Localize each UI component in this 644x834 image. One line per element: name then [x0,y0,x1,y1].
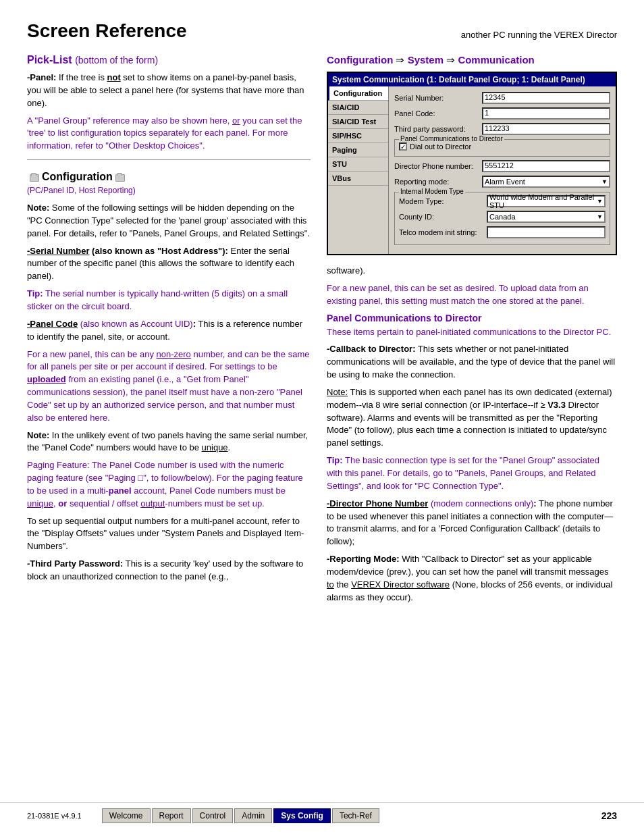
tab-control[interactable]: Control [192,808,234,823]
reporting-mode-select[interactable]: Alarm Event ▼ [482,176,610,188]
or-bold: or [58,498,67,509]
sidebar-item-configuration[interactable]: Configuration [328,86,388,101]
tip-bold: Tip: [27,288,43,298]
serial-input[interactable]: 12345 [482,92,610,104]
dial-out-row: ✓ Dial out to Director [399,142,606,151]
panel-body: Configuration SIA/CID SIA/CID Test SIP/H… [328,86,616,254]
panel-code-para1: For a new panel, this can be any non-zer… [27,348,311,425]
dial-out-checkbox[interactable]: ✓ [399,142,407,151]
config-word: Configuration [327,54,396,66]
panel-bold: -Panel: [27,72,56,82]
select-arrow-county: ▼ [597,213,603,220]
comm-word: Communication [458,54,534,66]
pick-list-title: Pick-List [27,54,72,66]
serial-number-row: Serial Number: 12345 [394,92,610,104]
note-word: Note: [327,387,348,397]
arrow2: ⇒ [446,54,455,66]
unique-text: unique [202,442,228,452]
serial-number-text: -Serial Number (also known as "Host Addr… [27,245,311,284]
third-party-input[interactable]: 112233 [482,123,610,135]
pick-list-heading: Pick-List (bottom of the form) [27,54,311,66]
director-phone-input[interactable]: 5551212 [482,160,610,172]
panel-code-input[interactable]: 1 [482,107,610,120]
pick-list-subtitle: (bottom of the form) [75,55,158,66]
reporting-mode-label: Reporting mode: [394,178,482,186]
callback-bold: -Callback to Director: [327,344,415,354]
modem-type-select[interactable]: World wide Modem and Parallel STU ▼ [487,195,606,207]
panel-comm-heading: Panel Communications to Director [327,313,617,323]
sidebar-item-siacid[interactable]: SIA/CID [328,101,388,115]
footer-page-number: 223 [601,810,617,821]
panel-main: Serial Number: 12345 Panel Code: 1 Third… [389,86,616,254]
colon2: : [533,498,536,509]
panel-sidebar: Configuration SIA/CID SIA/CID Test SIP/H… [328,86,389,254]
sidebar-item-siacid-test[interactable]: SIA/CID Test [328,115,388,129]
modem-section: Internal Modem Type Modem Type: World wi… [394,192,610,245]
system-comm-panel: System Communication (1: Default Panel G… [327,72,617,255]
third-party-text: -Third Party Password: This is a securit… [27,558,311,583]
right-text-area: software). For a new panel, this can be … [327,265,617,604]
serial-label: Serial Number: [394,94,482,102]
system-word: System [408,54,447,66]
v33: V3.3 [547,400,566,410]
serial-paren: (also known as "Host Address"): [92,246,228,256]
sidebar-item-paging[interactable]: Paging [328,143,388,157]
note2-bold: Note: [27,430,49,440]
panel-item-text: -Panel: If the tree is not set to show i… [27,72,311,110]
director-phone-para: -Director Phone Number (modem connection… [327,498,617,548]
main-content: Pick-List (bottom of the form) -Panel: I… [27,54,617,608]
sidebar-item-vbus[interactable]: VBus [328,172,388,186]
tab-welcome[interactable]: Welcome [102,808,151,823]
header-area: Screen Reference another PC running the … [27,20,617,42]
sidebar-item-siphsc[interactable]: SIP/HSC [328,129,388,143]
county-id-label: County ID: [399,213,487,221]
folder-icon-right [115,174,125,182]
verex-director: VEREX Director software [351,579,450,590]
modem-section-label: Internal Modem Type [399,188,465,195]
to-underline: to [327,579,334,590]
page-title: Screen Reference [27,20,187,42]
panel-code-bold: -Panel Code [27,319,78,329]
third-party-bold: -Third Party Password: [27,558,123,569]
tab-admin[interactable]: Admin [234,808,272,823]
serial-number-bold: -Serial Number [27,246,89,256]
panel-comm-sub: These items pertain to panel-initiated c… [327,326,617,339]
panel-title-text: System Communication (1: Default Panel G… [332,75,585,84]
tab-sys-config[interactable]: Sys Config [273,808,331,823]
panel-bold2: panel [109,486,132,496]
panel-comm-section-label: Panel Communications to Director [399,135,504,142]
config-note: Note: Some of the following settings wil… [27,202,311,240]
modem-type-value: World wide Modem and Parallel STU [489,193,597,209]
uploaded: uploaded [27,374,66,384]
config-heading: Configuration [27,171,311,183]
telco-input[interactable] [487,226,606,238]
panel-comm-section: Panel Communications to Director ✓ Dial … [394,139,610,157]
footer-version: 21-0381E v4.9.1 [27,812,82,820]
software-text: software). [327,265,617,278]
output-text: output [140,498,165,509]
tab-tech-ref[interactable]: Tech-Ref [332,808,379,823]
panel-title-bar: System Communication (1: Default Panel G… [328,73,616,86]
config-heading-sub: (PC/Panel ID, Host Reporting) [27,186,311,195]
telco-row: Telco modem init string: [399,226,606,238]
footer-tabs: Welcome Report Control Admin Sys Config … [102,808,379,823]
serial-tip: Tip: The serial number is typically hand… [27,288,311,313]
config-title: Configuration [42,171,113,183]
panel-code-colon: : [193,319,196,329]
panel-code-text: -Panel Code (also known as Account UID):… [27,318,311,344]
tab-report[interactable]: Report [152,808,191,823]
select-arrow-reporting: ▼ [601,178,608,185]
panel-code-label: Panel Code: [394,109,482,118]
sidebar-item-stu[interactable]: STU [328,157,388,172]
modem-type-label: Modem Type: [399,197,487,205]
modem-type-row: Modem Type: World wide Modem and Paralle… [399,195,606,207]
panel-group-or: or [232,115,240,126]
section-divider [27,159,311,160]
callback-text: -Callback to Director: This sets whether… [327,343,617,382]
note-supported: Note: This is supported when each panel … [327,386,617,450]
reporting-mode-para: -Reporting Mode: With "Callback to Direc… [327,553,617,604]
modem-only-text: (modem connections only) [431,498,533,509]
county-id-select[interactable]: Canada ▼ [487,211,606,223]
folder-icon-left [30,174,39,182]
reporting-mode-bold2: -Reporting Mode: [327,554,400,564]
